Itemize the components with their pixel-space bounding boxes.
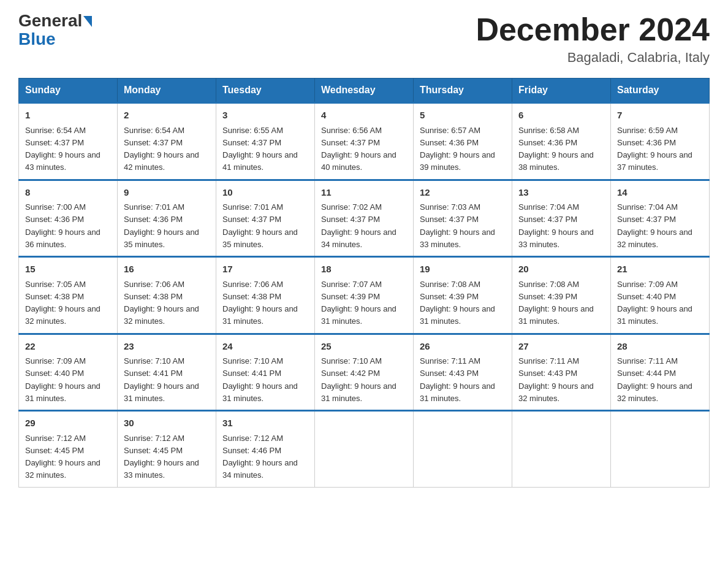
calendar-cell: 18 Sunrise: 7:07 AMSunset: 4:39 PMDaylig… <box>315 257 414 334</box>
day-number: 9 <box>124 186 210 200</box>
day-info: Sunrise: 6:55 AMSunset: 4:37 PMDaylight:… <box>222 126 298 172</box>
calendar-cell: 28 Sunrise: 7:11 AMSunset: 4:44 PMDaylig… <box>611 334 710 411</box>
day-info: Sunrise: 6:54 AMSunset: 4:37 PMDaylight:… <box>25 126 100 172</box>
calendar-cell: 4 Sunrise: 6:56 AMSunset: 4:37 PMDayligh… <box>315 103 414 180</box>
day-info: Sunrise: 7:05 AMSunset: 4:38 PMDaylight:… <box>25 280 100 326</box>
calendar-cell: 25 Sunrise: 7:10 AMSunset: 4:42 PMDaylig… <box>315 334 414 411</box>
day-info: Sunrise: 6:57 AMSunset: 4:36 PMDaylight:… <box>420 126 495 172</box>
day-number: 4 <box>321 109 407 123</box>
col-friday: Friday <box>512 79 611 103</box>
month-title: December 2024 <box>476 12 710 47</box>
col-saturday: Saturday <box>611 79 710 103</box>
calendar-body: 1 Sunrise: 6:54 AMSunset: 4:37 PMDayligh… <box>19 103 710 488</box>
calendar-cell: 5 Sunrise: 6:57 AMSunset: 4:36 PMDayligh… <box>414 103 512 180</box>
day-number: 7 <box>617 109 703 123</box>
day-number: 21 <box>617 262 703 277</box>
day-info: Sunrise: 7:11 AMSunset: 4:43 PMDaylight:… <box>420 356 495 403</box>
col-sunday: Sunday <box>19 79 118 103</box>
day-number: 19 <box>420 262 506 277</box>
day-number: 1 <box>25 109 111 123</box>
calendar-cell: 3 Sunrise: 6:55 AMSunset: 4:37 PMDayligh… <box>216 103 315 180</box>
day-info: Sunrise: 7:03 AMSunset: 4:37 PMDaylight:… <box>420 202 495 249</box>
day-info: Sunrise: 7:10 AMSunset: 4:42 PMDaylight:… <box>321 356 396 403</box>
calendar-cell: 27 Sunrise: 7:11 AMSunset: 4:43 PMDaylig… <box>512 334 611 411</box>
day-number: 15 <box>25 262 111 277</box>
calendar-cell: 14 Sunrise: 7:04 AMSunset: 4:37 PMDaylig… <box>611 180 710 257</box>
day-number: 17 <box>222 262 308 277</box>
col-thursday: Thursday <box>414 79 512 103</box>
day-number: 14 <box>617 186 703 200</box>
calendar-week-row: 15 Sunrise: 7:05 AMSunset: 4:38 PMDaylig… <box>19 257 710 334</box>
calendar-cell: 6 Sunrise: 6:58 AMSunset: 4:36 PMDayligh… <box>512 103 611 180</box>
calendar-cell <box>414 411 512 488</box>
calendar-cell: 22 Sunrise: 7:09 AMSunset: 4:40 PMDaylig… <box>19 334 118 411</box>
day-number: 26 <box>420 340 506 354</box>
logo: General Blue <box>18 12 92 49</box>
calendar-cell: 11 Sunrise: 7:02 AMSunset: 4:37 PMDaylig… <box>315 180 414 257</box>
day-number: 25 <box>321 340 407 354</box>
day-number: 2 <box>124 109 210 123</box>
day-info: Sunrise: 7:12 AMSunset: 4:45 PMDaylight:… <box>25 434 100 480</box>
day-number: 6 <box>518 109 604 123</box>
calendar-cell: 20 Sunrise: 7:08 AMSunset: 4:39 PMDaylig… <box>512 257 611 334</box>
day-info: Sunrise: 7:06 AMSunset: 4:38 PMDaylight:… <box>124 280 199 326</box>
day-number: 23 <box>124 340 210 354</box>
day-info: Sunrise: 7:04 AMSunset: 4:37 PMDaylight:… <box>518 202 594 249</box>
days-of-week-row: Sunday Monday Tuesday Wednesday Thursday… <box>19 79 710 103</box>
day-number: 13 <box>518 186 604 200</box>
col-wednesday: Wednesday <box>315 79 414 103</box>
calendar-cell: 12 Sunrise: 7:03 AMSunset: 4:37 PMDaylig… <box>414 180 512 257</box>
day-number: 31 <box>222 416 308 431</box>
calendar-header: Sunday Monday Tuesday Wednesday Thursday… <box>19 79 710 103</box>
day-info: Sunrise: 7:12 AMSunset: 4:46 PMDaylight:… <box>222 434 298 480</box>
calendar-cell: 8 Sunrise: 7:00 AMSunset: 4:36 PMDayligh… <box>19 180 118 257</box>
calendar-week-row: 1 Sunrise: 6:54 AMSunset: 4:37 PMDayligh… <box>19 103 710 180</box>
calendar-cell: 1 Sunrise: 6:54 AMSunset: 4:37 PMDayligh… <box>19 103 118 180</box>
day-number: 27 <box>518 340 604 354</box>
calendar-cell <box>512 411 611 488</box>
day-info: Sunrise: 7:11 AMSunset: 4:43 PMDaylight:… <box>518 356 594 403</box>
day-info: Sunrise: 7:09 AMSunset: 4:40 PMDaylight:… <box>25 356 100 403</box>
calendar-cell: 16 Sunrise: 7:06 AMSunset: 4:38 PMDaylig… <box>118 257 216 334</box>
day-info: Sunrise: 7:06 AMSunset: 4:38 PMDaylight:… <box>222 280 298 326</box>
calendar-cell: 2 Sunrise: 6:54 AMSunset: 4:37 PMDayligh… <box>118 103 216 180</box>
day-number: 22 <box>25 340 111 354</box>
calendar-cell: 23 Sunrise: 7:10 AMSunset: 4:41 PMDaylig… <box>118 334 216 411</box>
day-info: Sunrise: 7:07 AMSunset: 4:39 PMDaylight:… <box>321 280 396 326</box>
day-number: 28 <box>617 340 703 354</box>
calendar-cell: 7 Sunrise: 6:59 AMSunset: 4:36 PMDayligh… <box>611 103 710 180</box>
day-info: Sunrise: 7:12 AMSunset: 4:45 PMDaylight:… <box>124 434 199 480</box>
calendar-table: Sunday Monday Tuesday Wednesday Thursday… <box>18 78 710 488</box>
day-info: Sunrise: 6:59 AMSunset: 4:36 PMDaylight:… <box>617 126 692 172</box>
day-number: 10 <box>222 186 308 200</box>
day-info: Sunrise: 7:01 AMSunset: 4:36 PMDaylight:… <box>124 202 199 249</box>
day-number: 18 <box>321 262 407 277</box>
calendar-cell: 24 Sunrise: 7:10 AMSunset: 4:41 PMDaylig… <box>216 334 315 411</box>
logo-blue-text: Blue <box>18 29 56 49</box>
location-label: Bagaladi, Calabria, Italy <box>476 50 710 66</box>
col-monday: Monday <box>118 79 216 103</box>
calendar-cell: 13 Sunrise: 7:04 AMSunset: 4:37 PMDaylig… <box>512 180 611 257</box>
calendar-cell: 9 Sunrise: 7:01 AMSunset: 4:36 PMDayligh… <box>118 180 216 257</box>
logo-general-text: General <box>18 12 82 29</box>
day-info: Sunrise: 7:00 AMSunset: 4:36 PMDaylight:… <box>25 202 100 249</box>
day-number: 20 <box>518 262 604 277</box>
day-info: Sunrise: 7:02 AMSunset: 4:37 PMDaylight:… <box>321 202 396 249</box>
day-info: Sunrise: 6:58 AMSunset: 4:36 PMDaylight:… <box>518 126 594 172</box>
day-number: 29 <box>25 416 111 431</box>
calendar-week-row: 8 Sunrise: 7:00 AMSunset: 4:36 PMDayligh… <box>19 180 710 257</box>
day-number: 12 <box>420 186 506 200</box>
day-info: Sunrise: 7:09 AMSunset: 4:40 PMDaylight:… <box>617 280 692 326</box>
calendar-cell: 10 Sunrise: 7:01 AMSunset: 4:37 PMDaylig… <box>216 180 315 257</box>
logo-arrow-icon <box>83 16 92 27</box>
calendar-cell: 21 Sunrise: 7:09 AMSunset: 4:40 PMDaylig… <box>611 257 710 334</box>
day-info: Sunrise: 7:01 AMSunset: 4:37 PMDaylight:… <box>222 202 298 249</box>
calendar-week-row: 29 Sunrise: 7:12 AMSunset: 4:45 PMDaylig… <box>19 411 710 488</box>
day-info: Sunrise: 7:10 AMSunset: 4:41 PMDaylight:… <box>124 356 199 403</box>
day-info: Sunrise: 7:08 AMSunset: 4:39 PMDaylight:… <box>518 280 594 326</box>
day-number: 30 <box>124 416 210 431</box>
calendar-cell <box>315 411 414 488</box>
day-number: 16 <box>124 262 210 277</box>
day-info: Sunrise: 6:56 AMSunset: 4:37 PMDaylight:… <box>321 126 396 172</box>
calendar-cell: 15 Sunrise: 7:05 AMSunset: 4:38 PMDaylig… <box>19 257 118 334</box>
